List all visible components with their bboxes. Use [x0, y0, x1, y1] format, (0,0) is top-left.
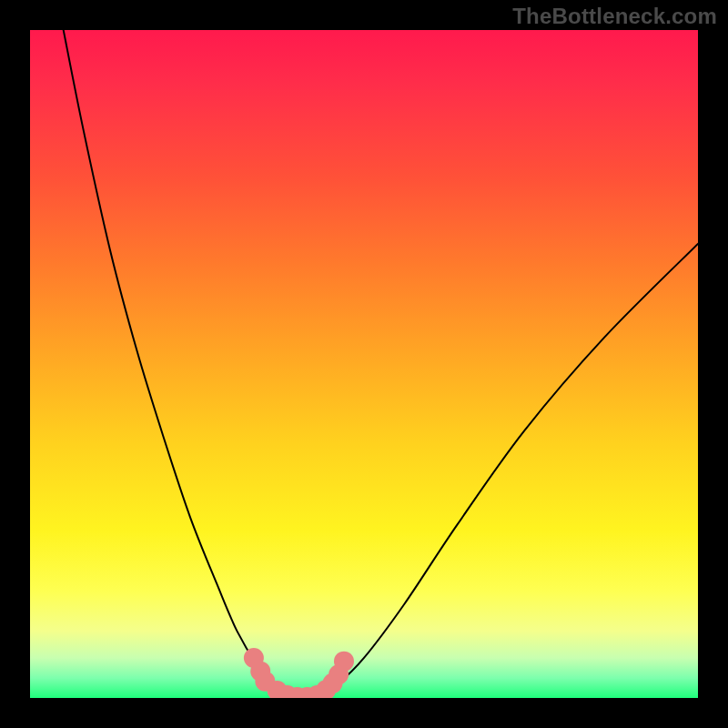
- chart-frame: TheBottleneck.com: [0, 0, 728, 728]
- marker-dot: [334, 652, 354, 672]
- curves-svg: [30, 30, 698, 698]
- plot-area: [30, 30, 698, 698]
- watermark-text: TheBottleneck.com: [512, 4, 717, 29]
- right-curve: [318, 244, 698, 698]
- highlight-markers: [244, 648, 354, 698]
- left-curve: [64, 30, 288, 698]
